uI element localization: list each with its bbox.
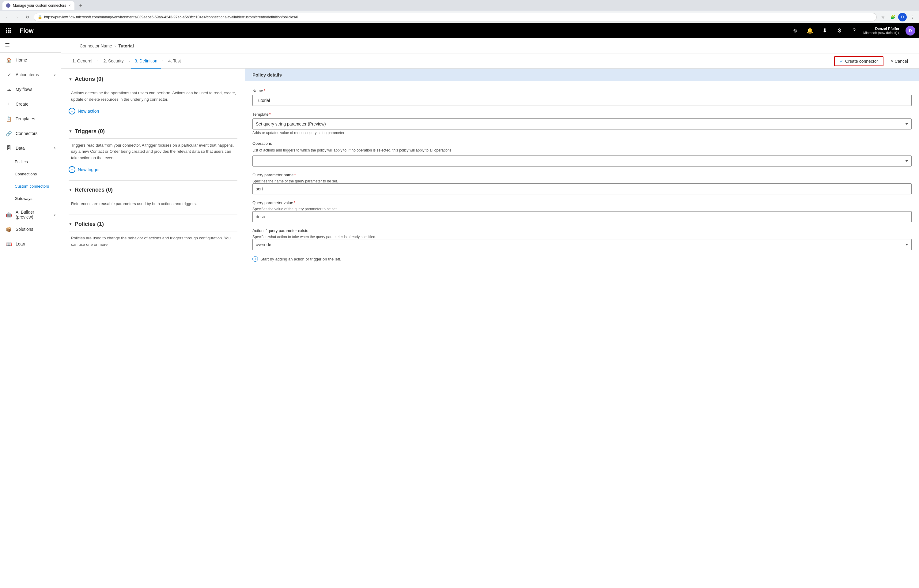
help-button[interactable]: ? (849, 25, 859, 36)
refresh-button[interactable]: ↻ (23, 13, 32, 21)
query-param-value-help: Specifies the value of the query paramet… (253, 207, 912, 211)
svg-rect-4 (8, 30, 10, 32)
query-param-value-input[interactable] (253, 211, 912, 222)
operations-select-wrapper (253, 155, 912, 166)
settings-button[interactable]: ⚙ (834, 25, 845, 36)
topbar: Flow ☺ 🔔 ⬇ ⚙ ? Denzel Pfeifer Microsoft … (0, 23, 919, 38)
sidebar-item-templates[interactable]: 📋 Templates (0, 111, 61, 126)
template-select-wrapper: Set query string parameter (Preview) (253, 118, 912, 129)
bookmark-button[interactable]: ☆ (878, 13, 887, 21)
cancel-button[interactable]: × Cancel (887, 57, 912, 66)
action-if-exists-field-group: Action if query parameter exists Specifi… (253, 228, 912, 250)
sidebar-item-templates-label: Templates (16, 116, 56, 121)
wizard-step-test[interactable]: 4. Test (164, 54, 185, 69)
profile-name: Denzel Pfeifer (875, 27, 900, 31)
policy-details-header: Policy details (245, 69, 919, 81)
tab-close-button[interactable]: × (69, 3, 71, 8)
app: Flow ☺ 🔔 ⬇ ⚙ ? Denzel Pfeifer Microsoft … (0, 23, 919, 588)
sidebar-item-connections[interactable]: Connections (10, 168, 61, 180)
sidebar-item-learn[interactable]: 📖 Learn (0, 237, 61, 251)
sidebar-item-action-items[interactable]: ✓ Action items ∨ (0, 67, 61, 82)
svg-rect-0 (6, 28, 7, 29)
extensions-button[interactable]: 🧩 (888, 13, 897, 21)
notifications-button[interactable]: 🔔 (804, 25, 815, 36)
query-param-name-required: * (294, 173, 296, 177)
tab-favicon (6, 3, 10, 8)
hamburger-button[interactable]: ☰ (0, 38, 61, 53)
sidebar-item-data-label: Data (16, 146, 50, 150)
bottom-hint: i Start by adding an action or trigger o… (253, 256, 912, 262)
query-param-name-input[interactable] (253, 183, 912, 194)
new-trigger-button[interactable]: + New trigger (69, 166, 100, 173)
wizard-step-general[interactable]: 1. General (69, 54, 96, 69)
menu-button[interactable]: ⋮ (908, 13, 917, 21)
query-param-name-label: Query parameter name * (253, 173, 912, 177)
operations-select[interactable] (253, 155, 912, 166)
action-if-exists-select[interactable]: override skip append (253, 239, 912, 250)
sidebar: ☰ 🏠 Home ✓ Action items ∨ ☁ My flows + C… (0, 38, 61, 588)
policies-toggle[interactable]: ▼ (69, 222, 72, 226)
download-button[interactable]: ⬇ (819, 25, 830, 36)
browser-tab[interactable]: Manage your custom connectors × (2, 1, 75, 10)
sidebar-item-data[interactable]: 🗄 Data ∧ (0, 141, 61, 155)
wizard-chevron-2: › (127, 59, 131, 63)
new-action-button[interactable]: + New action (69, 108, 99, 115)
query-param-name-help: Specifies the name of the query paramete… (253, 179, 912, 183)
name-input[interactable] (253, 95, 912, 106)
query-param-value-required: * (294, 200, 295, 205)
sidebar-item-connectors[interactable]: 🔗 Connectors (0, 126, 61, 141)
sidebar-item-entities[interactable]: Entities (10, 155, 61, 168)
sidebar-item-custom-connectors[interactable]: Custom connectors (10, 180, 61, 192)
sidebar-item-home-label: Home (16, 58, 56, 63)
step-definition-label: 3. Definition (135, 58, 157, 63)
sidebar-divider (0, 206, 61, 206)
sidebar-item-my-flows[interactable]: ☁ My flows (0, 82, 61, 97)
sidebar-item-create[interactable]: + Create (0, 97, 61, 111)
waffle-menu-button[interactable] (4, 26, 13, 36)
new-tab-button[interactable]: + (76, 1, 85, 10)
wizard-step-security[interactable]: 2. Security (100, 54, 127, 69)
template-field-label: Template * (253, 112, 912, 116)
svg-rect-3 (6, 30, 7, 32)
cancel-label: Cancel (895, 59, 908, 64)
create-icon: + (6, 101, 12, 107)
forward-button[interactable]: › (13, 13, 21, 21)
back-button[interactable]: ← (69, 42, 77, 50)
sidebar-item-home[interactable]: 🏠 Home (0, 53, 61, 67)
url-text: https://preview.flow.microsoft.com/manag… (44, 15, 873, 19)
action-items-icon: ✓ (6, 72, 12, 78)
actions-toggle[interactable]: ▼ (69, 77, 72, 81)
sidebar-item-gateways[interactable]: Gateways (10, 192, 61, 205)
create-connector-button[interactable]: ✓ Create connector (834, 57, 883, 66)
left-panel: ▼ Actions (0) Actions determine the oper… (61, 69, 245, 588)
split-panel: ▼ Actions (0) Actions determine the oper… (61, 69, 919, 588)
smiley-icon-button[interactable]: ☺ (790, 25, 801, 36)
triggers-toggle[interactable]: ▼ (69, 129, 72, 134)
data-arrow: ∧ (53, 146, 56, 150)
gateways-label: Gateways (15, 196, 56, 201)
wizard-chevron-3: › (161, 59, 164, 63)
operations-field-label: Operations (253, 141, 912, 146)
data-icon: 🗄 (6, 145, 12, 151)
references-toggle[interactable]: ▼ (69, 187, 72, 192)
svg-rect-7 (8, 32, 10, 33)
home-icon: 🏠 (6, 57, 12, 63)
main-layout: ☰ 🏠 Home ✓ Action items ∨ ☁ My flows + C… (0, 38, 919, 588)
template-required-indicator: * (269, 112, 271, 116)
svg-rect-6 (6, 32, 7, 33)
entities-label: Entities (15, 160, 56, 164)
avatar-button[interactable]: D (906, 26, 915, 36)
name-field-group: Name * (253, 89, 912, 106)
back-button[interactable]: ‹ (2, 13, 11, 21)
template-select[interactable]: Set query string parameter (Preview) (253, 118, 912, 129)
browser-nav: ‹ › ↻ 🔒 https://preview.flow.microsoft.c… (0, 11, 919, 23)
cancel-x-icon: × (891, 59, 893, 64)
sidebar-item-ai-builder[interactable]: 🤖 AI Builder (preview) ∨ (0, 207, 61, 222)
address-bar[interactable]: 🔒 https://preview.flow.microsoft.com/man… (34, 13, 877, 21)
circle-plus-icon: + (69, 108, 75, 115)
wizard-step-definition[interactable]: 3. Definition (131, 54, 161, 69)
sidebar-item-solutions[interactable]: 📦 Solutions (0, 222, 61, 237)
browser-profile-button[interactable]: D (898, 13, 907, 21)
actions-section: ▼ Actions (0) Actions determine the oper… (69, 76, 237, 115)
policies-section: ▼ Policies (1) Policies are used to chan… (69, 221, 237, 248)
